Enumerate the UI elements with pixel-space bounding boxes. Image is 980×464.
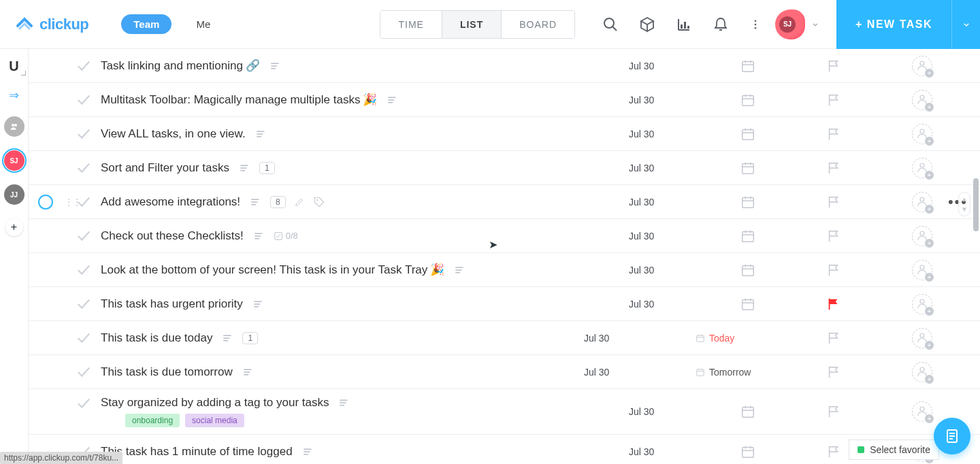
task-row[interactable]: Sort and Filter your tasks1Jul 30: [29, 151, 980, 185]
due-date-icon[interactable]: [740, 263, 755, 278]
description-icon[interactable]: [338, 397, 350, 409]
assignee-add[interactable]: [912, 158, 932, 178]
edit-icon[interactable]: [294, 197, 305, 208]
complete-check-icon[interactable]: [76, 93, 91, 107]
priority-flag-icon[interactable]: [826, 161, 841, 176]
task-row[interactable]: Multitask Toolbar: Magically manage mult…: [29, 83, 980, 117]
new-task-dropdown[interactable]: [951, 0, 980, 49]
due-date-icon[interactable]: [740, 127, 755, 142]
priority-flag-icon[interactable]: [826, 365, 841, 380]
due-date-icon[interactable]: [740, 93, 755, 107]
task-row[interactable]: Stay organized by adding a tag to your t…: [29, 389, 980, 435]
expand-rail-icon[interactable]: ⇒: [9, 88, 19, 103]
scope-me[interactable]: Me: [184, 14, 223, 34]
drag-handle-icon[interactable]: ⋮⋮: [64, 197, 80, 208]
task-tag[interactable]: social media: [185, 414, 244, 427]
created-date: Jul 30: [584, 367, 625, 378]
rail-add-button[interactable]: +: [5, 218, 23, 236]
cube-icon[interactable]: [639, 16, 655, 33]
due-date-icon[interactable]: [740, 229, 755, 244]
workspace-letter[interactable]: U: [9, 59, 18, 74]
new-task-button[interactable]: + NEW TASK: [836, 0, 951, 49]
description-icon[interactable]: [270, 60, 282, 72]
due-date-icon[interactable]: [740, 297, 755, 312]
view-list[interactable]: LIST: [442, 11, 502, 38]
due-date-icon[interactable]: [740, 161, 755, 176]
notepad-fab[interactable]: [934, 418, 970, 454]
due-date[interactable]: Today: [696, 333, 755, 344]
description-icon[interactable]: [222, 332, 234, 344]
scrollbar-thumb[interactable]: [973, 178, 979, 231]
complete-check-icon[interactable]: [76, 263, 91, 278]
assignee-add[interactable]: [912, 328, 932, 348]
task-title: Multitask Toolbar: Magically manage mult…: [101, 93, 377, 107]
assignee-add[interactable]: [912, 401, 932, 422]
description-icon[interactable]: [302, 446, 314, 458]
due-date-icon[interactable]: [740, 404, 755, 419]
rail-user-sj[interactable]: SJ: [4, 150, 24, 171]
priority-flag-icon[interactable]: [826, 59, 841, 73]
task-row[interactable]: This task is due tomorrowJul 30Tomorrow: [29, 355, 980, 389]
complete-check-icon[interactable]: [76, 127, 91, 142]
description-icon[interactable]: [454, 264, 466, 276]
priority-flag-icon[interactable]: [826, 229, 841, 244]
priority-flag-icon[interactable]: [826, 93, 841, 107]
complete-check-icon[interactable]: [76, 229, 91, 244]
description-icon[interactable]: [239, 162, 251, 174]
priority-flag-icon[interactable]: [826, 127, 841, 142]
assignee-add[interactable]: [912, 294, 932, 314]
priority-flag-icon[interactable]: [826, 331, 841, 346]
due-date-icon[interactable]: [740, 59, 755, 73]
description-icon[interactable]: [242, 366, 255, 378]
description-icon[interactable]: [387, 94, 399, 106]
priority-flag-icon[interactable]: [826, 195, 841, 210]
task-row[interactable]: View ALL tasks, in one view.Jul 30: [29, 117, 980, 151]
assignee-add[interactable]: [912, 90, 932, 110]
description-icon[interactable]: [252, 298, 265, 310]
assignee-add[interactable]: [912, 192, 932, 212]
priority-flag-icon[interactable]: [826, 404, 841, 419]
description-icon[interactable]: [255, 128, 267, 140]
assignee-add[interactable]: [912, 56, 932, 76]
due-date[interactable]: Tomorrow: [696, 367, 755, 378]
assignee-add[interactable]: [912, 124, 932, 144]
select-favorite-chip[interactable]: Select favorite: [849, 440, 939, 460]
account-menu[interactable]: SJ: [775, 10, 820, 39]
complete-check-icon[interactable]: [76, 365, 91, 380]
task-row[interactable]: Look at the bottom of your screen! This …: [29, 253, 980, 287]
priority-flag-icon[interactable]: [826, 263, 841, 278]
assignee-add[interactable]: [912, 226, 932, 246]
complete-check-icon[interactable]: [76, 297, 91, 312]
task-row[interactable]: This task is due today1Jul 30Today: [29, 321, 980, 355]
more-vertical-icon[interactable]: [749, 16, 762, 33]
priority-flag-icon[interactable]: [826, 444, 841, 459]
complete-check-icon[interactable]: [76, 59, 91, 73]
description-icon[interactable]: [253, 230, 265, 242]
task-row[interactable]: Check out these Checklists!0/8Jul 30: [29, 219, 980, 253]
task-tag[interactable]: onboarding: [125, 414, 180, 427]
complete-check-icon[interactable]: [76, 161, 91, 176]
complete-check-icon[interactable]: [76, 396, 91, 411]
priority-flag-urgent-icon[interactable]: [826, 297, 841, 312]
rail-user-jj[interactable]: JJ: [4, 184, 24, 205]
complete-check-icon[interactable]: [76, 331, 91, 346]
description-icon[interactable]: [250, 196, 262, 208]
task-row[interactable]: This task has 1 minute of time loggedJul…: [29, 435, 980, 464]
task-row[interactable]: ⋮⋮Add awesome integrations!8Jul 30•••: [29, 185, 980, 219]
assignee-add[interactable]: [912, 362, 932, 382]
rail-team-icon[interactable]: [4, 116, 24, 137]
view-board[interactable]: BOARD: [502, 11, 574, 38]
view-time[interactable]: TIME: [380, 11, 442, 38]
tag-icon[interactable]: [313, 196, 325, 208]
notifications-icon[interactable]: [713, 16, 729, 33]
search-icon[interactable]: [602, 16, 619, 33]
task-row[interactable]: Task linking and mentioning🔗Jul 30: [29, 49, 980, 83]
due-date-icon[interactable]: [740, 195, 755, 210]
task-row[interactable]: This task has urgent priorityJul 30: [29, 287, 980, 321]
brand-logo[interactable]: clickup: [15, 15, 88, 34]
scope-team[interactable]: Team: [121, 14, 172, 34]
task-tags: onboardingsocial media: [125, 414, 350, 427]
due-date-icon[interactable]: [740, 444, 755, 459]
reports-icon[interactable]: [676, 16, 692, 33]
assignee-add[interactable]: [912, 260, 932, 280]
